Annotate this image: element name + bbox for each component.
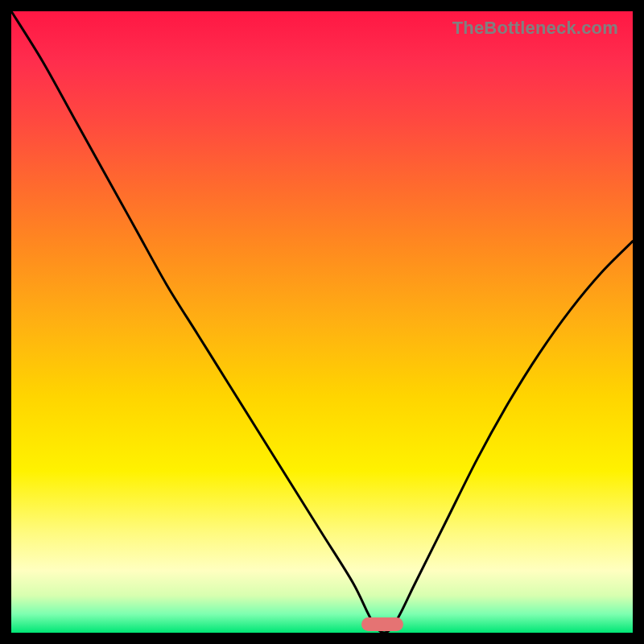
bottleneck-curve — [11, 11, 633, 633]
chart-plot-area: TheBottleneck.com — [11, 11, 633, 633]
optimal-range-marker — [361, 617, 403, 631]
